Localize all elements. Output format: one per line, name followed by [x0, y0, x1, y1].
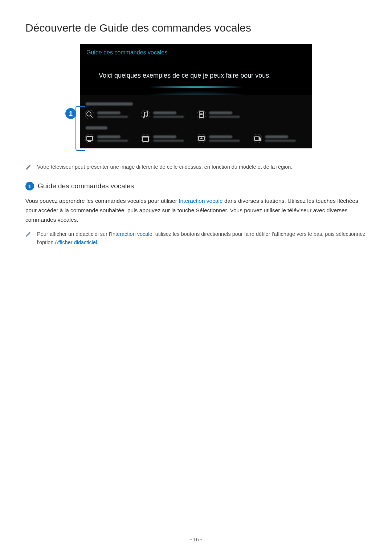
tv-tile[interactable]	[253, 134, 303, 143]
schedule-tv-icon	[197, 134, 206, 143]
calendar-icon	[141, 134, 150, 143]
body-paragraph: Vous pouvez apprendre les commandes voca…	[25, 196, 367, 224]
tv-tile[interactable]	[197, 110, 248, 119]
subsection-title: Guide des commandes vocales	[38, 182, 134, 190]
tv-commands-area	[80, 95, 312, 148]
tv-screenshot: 1 Guide des commandes vocales Voici quel…	[80, 44, 312, 148]
tv-tile[interactable]	[85, 134, 136, 143]
tv-hero-text-span: Voici quelques exemples de ce que je peu…	[99, 72, 271, 79]
note2-t1: Pour afficher un didacticiel sur l'	[37, 231, 111, 237]
tv-icon	[85, 134, 94, 143]
subsection-number-badge: 1	[25, 182, 34, 190]
tv-tile[interactable]	[85, 110, 136, 119]
subsection-heading: 1 Guide des commandes vocales	[25, 182, 367, 190]
svg-rect-7	[87, 136, 93, 140]
tv-header-title: Guide des commandes vocales	[80, 44, 312, 59]
note2-t3: .	[97, 239, 98, 245]
tv-tile[interactable]	[141, 110, 192, 119]
note-2: Pour afficher un didacticiel sur l'Inter…	[25, 230, 367, 246]
link-afficher-didacticiel[interactable]: Afficher didacticiel	[55, 239, 97, 245]
callout-badge-1: 1	[65, 108, 76, 119]
music-note-icon	[141, 110, 150, 119]
svg-rect-16	[254, 137, 260, 140]
tv-glow-bar	[80, 86, 312, 88]
note-1-text: Votre téléviseur peut présenter une imag…	[37, 163, 292, 171]
page: Découverte de Guide des commandes vocale…	[0, 0, 392, 554]
tv-tile-row-2	[85, 134, 307, 143]
pencil-icon	[25, 231, 32, 237]
svg-rect-9	[143, 136, 148, 141]
tv-category-label-2	[86, 124, 129, 131]
svg-line-1	[91, 116, 93, 118]
document-icon	[197, 110, 206, 119]
timeshift-icon	[253, 134, 262, 143]
para-text-1: Vous pouvez apprendre les commandes voca…	[25, 198, 179, 204]
svg-point-2	[143, 116, 144, 118]
tv-tile[interactable]	[197, 134, 248, 143]
tv-tile-row-1	[85, 110, 307, 119]
note-1: Votre téléviseur peut présenter une imag…	[25, 163, 367, 171]
svg-point-0	[87, 112, 91, 116]
tv-hero-text: Voici quelques exemples de ce que je peu…	[80, 59, 312, 95]
tv-tile[interactable]	[141, 134, 192, 143]
link-interaction-vocale-2[interactable]: Interaction vocale	[111, 231, 152, 237]
svg-point-3	[146, 115, 147, 116]
link-interaction-vocale[interactable]: Interaction vocale	[179, 198, 223, 204]
search-icon	[85, 110, 94, 119]
page-title: Découverte de Guide des commandes vocale…	[25, 22, 367, 34]
note-2-text: Pour afficher un didacticiel sur l'Inter…	[37, 230, 367, 246]
pencil-icon	[25, 164, 32, 170]
tv-screen: Guide des commandes vocales Voici quelqu…	[80, 44, 312, 148]
tv-category-label-1	[86, 100, 129, 107]
page-number: - 16 -	[0, 537, 392, 542]
